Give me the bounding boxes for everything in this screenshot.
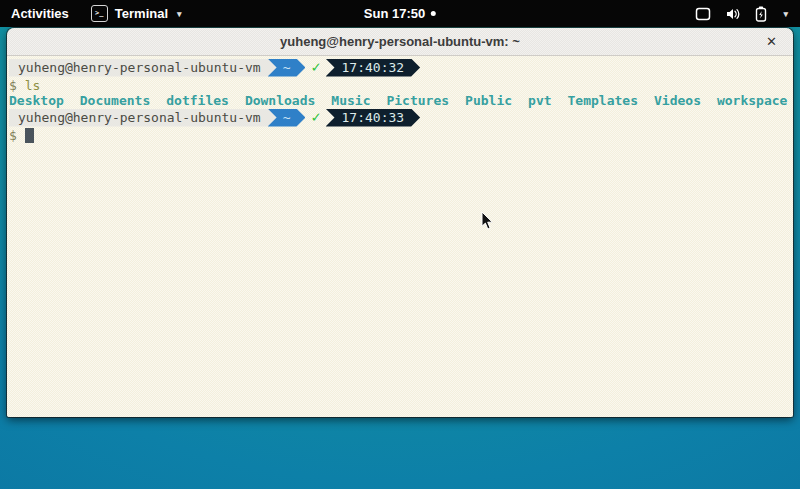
text-cursor (25, 128, 34, 143)
command-line: $ ls (9, 78, 793, 93)
directory-name: Videos (654, 93, 701, 108)
directory-name: Documents (80, 93, 150, 108)
clock-label: Sun 17:50 (364, 6, 425, 21)
prompt-line: yuheng@henry-personal-ubuntu-vm ~ ✓ 17:4… (9, 108, 793, 127)
top-bar: Activities >_ Terminal ▾ Sun 17:50 (0, 0, 800, 27)
directory-name: pvt (528, 93, 551, 108)
terminal-app-icon: >_ (91, 5, 108, 22)
close-button[interactable]: ✕ (762, 28, 781, 55)
clock-button[interactable]: Sun 17:50 (353, 0, 447, 27)
directory-name: Pictures (386, 93, 449, 108)
window-title: yuheng@henry-personal-ubuntu-vm: ~ (280, 34, 520, 49)
directory-name: Public (465, 93, 512, 108)
check-icon: ✓ (311, 60, 320, 75)
activities-button[interactable]: Activities (0, 0, 80, 27)
prompt-symbol: $ (9, 128, 17, 143)
prompt-timestamp: 17:40:33 (326, 109, 421, 127)
prompt-line: yuheng@henry-personal-ubuntu-vm ~ ✓ 17:4… (9, 58, 793, 77)
terminal-window: yuheng@henry-personal-ubuntu-vm: ~ ✕ yuh… (7, 28, 793, 417)
display-icon (695, 7, 711, 21)
directory-name: Downloads (245, 93, 315, 108)
battery-charging-icon (755, 6, 767, 22)
prompt-user-host: yuheng@henry-personal-ubuntu-vm (9, 59, 277, 77)
titlebar[interactable]: yuheng@henry-personal-ubuntu-vm: ~ ✕ (7, 28, 793, 56)
directory-name: Music (331, 93, 370, 108)
ls-output: DesktopDocumentsdotfilesDownloadsMusicPi… (9, 93, 793, 108)
app-menu-terminal[interactable]: >_ Terminal ▾ (80, 0, 193, 27)
directory-name: Templates (568, 93, 638, 108)
prompt-timestamp: 17:40:32 (326, 59, 421, 77)
system-status-menu[interactable]: ▾ (683, 0, 800, 27)
prompt-user-host: yuheng@henry-personal-ubuntu-vm (9, 109, 277, 127)
current-input-line[interactable]: $ (9, 128, 793, 143)
desktop: Activities >_ Terminal ▾ Sun 17:50 (0, 0, 800, 489)
prompt-symbol: $ (9, 78, 17, 93)
chevron-down-icon: ▾ (177, 9, 182, 19)
directory-name: Desktop (9, 93, 64, 108)
terminal-body[interactable]: yuheng@henry-personal-ubuntu-vm ~ ✓ 17:4… (7, 56, 793, 417)
notification-dot-icon (431, 11, 436, 16)
app-menu-label: Terminal (115, 6, 168, 21)
directory-name: workspace (717, 93, 787, 108)
directory-name: dotfiles (166, 93, 229, 108)
check-icon: ✓ (311, 110, 320, 125)
volume-icon (725, 7, 741, 21)
chevron-down-icon: ▾ (783, 9, 788, 19)
command-text: ls (25, 78, 41, 93)
